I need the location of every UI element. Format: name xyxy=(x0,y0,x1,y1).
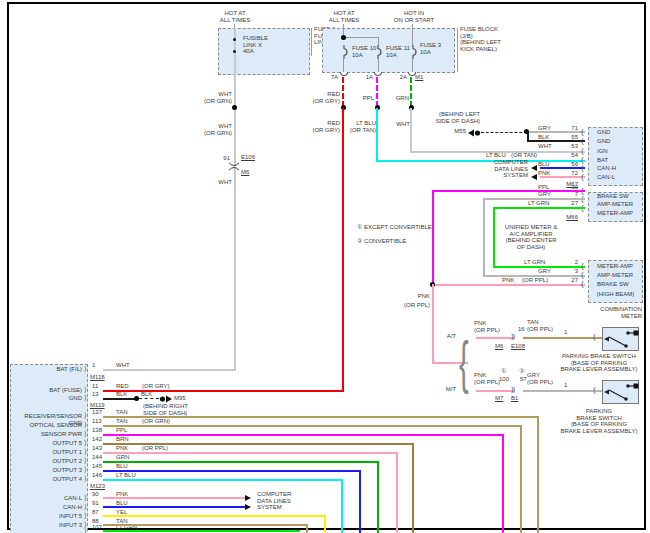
wire-ppl-138 xyxy=(103,434,504,436)
splice-dot-wht xyxy=(232,105,237,110)
bus-junction-dot xyxy=(341,35,346,40)
pin-socket: ⟩ xyxy=(84,503,87,511)
hot-at-all-times-label: HOT AT ALL TIMES xyxy=(205,10,265,23)
wire-label-pnk-alt: (OR PPL) xyxy=(398,302,430,309)
cu-row-label: SENSOR PWR xyxy=(12,431,82,438)
fuse-bus xyxy=(343,37,379,38)
mark-1: ① xyxy=(501,368,506,375)
pin-1a: 1A xyxy=(357,74,373,81)
inline-connector-icon xyxy=(227,161,241,171)
wire-blu-canh xyxy=(103,506,245,508)
cu-row-label: OUTPUT 4 xyxy=(12,476,82,483)
pin-number: 54 xyxy=(564,152,578,159)
wire-label-grn: GRN xyxy=(389,95,409,102)
pin-socket: ( xyxy=(593,333,596,341)
cu-color: PPL xyxy=(116,427,127,434)
cu-pin: 91 xyxy=(92,500,99,507)
fusible-link-dot-top xyxy=(233,38,236,41)
cu-pin: 13 xyxy=(92,391,99,398)
m55-connector-icon xyxy=(468,129,481,137)
pin-socket: ⟩ xyxy=(84,365,87,373)
data-line-arrow xyxy=(531,165,537,171)
pin-socket: ⟩ xyxy=(84,494,87,502)
wire-brn-142 xyxy=(103,443,414,445)
unified-meter-title: UNIFIED METER & A/C AMPLIFIER (BEHIND CE… xyxy=(496,224,566,250)
connector-m118: M118 xyxy=(90,374,105,381)
cu-row-label: BAT (F/L) xyxy=(12,366,82,373)
wire-ltblu-146 xyxy=(103,479,343,481)
pin-color-alt: (OR PPL) xyxy=(522,277,548,284)
pin-name: METER-AMP xyxy=(597,210,633,217)
connector-m6-2: M6 xyxy=(495,343,503,350)
wire-tan-88-v xyxy=(306,524,308,533)
fuse10-label: FUSE 10 10A xyxy=(352,45,382,58)
wire-label-wht-or-grn-1: WHT (OR GRN) xyxy=(196,91,232,104)
cu-color-alt: (OR GRN) xyxy=(142,418,170,425)
cu-pin: 87 xyxy=(92,509,99,516)
wire-label-ppl: PPL xyxy=(356,95,374,102)
pin-7a: 7A xyxy=(322,74,338,81)
cu-color-alt: (OR PPL) xyxy=(142,445,168,452)
wire-ppl-138-v xyxy=(502,434,504,533)
pin-socket: ⟩ xyxy=(84,475,87,483)
data-line-arrow xyxy=(531,174,537,180)
cu-pin: 113 xyxy=(92,418,102,425)
cu-row-label: INPUT 3 xyxy=(12,522,82,529)
wire-red-to-bat-fuse xyxy=(103,390,344,392)
wire-label-pnk: PNK xyxy=(404,293,430,300)
pin-socket: ( xyxy=(581,164,584,172)
parking-brake-switch-at-title: PARKING BRAKE SWITCH (BASE OF PARKING BR… xyxy=(548,353,650,373)
wire-blu-145 xyxy=(103,470,361,472)
fusible-link-dot-bottom xyxy=(233,50,236,53)
pin-socket: ( xyxy=(581,271,584,279)
cu-color: BLU xyxy=(116,463,128,470)
wire-gry-mt xyxy=(523,390,602,392)
cu-pin: 137 xyxy=(92,409,102,416)
pin-color: PPL xyxy=(538,184,549,191)
data-line-arrow xyxy=(245,495,251,501)
wire-label-red-1: RED (OR GRY) xyxy=(304,91,340,104)
wiring-diagram-page: HOT AT ALL TIMES FUSIBLE LINK X 40A FUSE… xyxy=(0,0,650,533)
computer-data-lines-label-2: COMPUTER DATA LINES SYSTEM xyxy=(257,491,291,511)
cu-color: BRN xyxy=(116,436,129,443)
note-except-convertible: ① EXCEPT CONVERTIBLE xyxy=(357,224,432,231)
pin-number: 53 xyxy=(564,143,578,150)
cu-pin: 107 xyxy=(92,524,102,531)
wire-pnk-v xyxy=(432,284,434,364)
pin-color-alt: (OR TAN) xyxy=(511,152,537,159)
pin-name: BRAKE SW xyxy=(597,281,629,288)
fuse3-out xyxy=(412,59,413,73)
pin-name: BRAKE SW xyxy=(597,193,629,200)
wire-tan-113-v xyxy=(520,425,522,533)
fuse3-label: FUSE 3 10A xyxy=(420,42,448,55)
wire-yel-87-v xyxy=(324,515,326,533)
pin-name: BAT xyxy=(597,157,608,164)
m55-note: (BEHIND LEFT SIDE OF DASH) xyxy=(428,111,480,124)
cu-row-label: OUTPUT 3 xyxy=(12,467,82,474)
pin-number: 27 xyxy=(564,277,578,284)
cu-color: PNK xyxy=(116,445,128,452)
connector-m1: M1 xyxy=(415,74,423,81)
wire-pnk-mt xyxy=(476,390,514,392)
wire-pnk-143 xyxy=(103,452,398,454)
pin-57: 57 xyxy=(520,376,527,383)
pin-number: 3 xyxy=(566,268,578,275)
pin-name: IGN xyxy=(597,148,608,155)
wire-pnk-canl xyxy=(540,176,585,178)
connector-m123: M123 xyxy=(90,483,105,490)
cu-color: BLK xyxy=(116,391,127,398)
mt-tag: M/T xyxy=(438,386,456,393)
wire-blk-gnd-cu xyxy=(103,398,137,400)
connector-m119: M119 xyxy=(90,402,105,409)
wire-red-dashed xyxy=(342,77,344,107)
wire-pnk-canl xyxy=(103,497,245,499)
fuse-block-label-bracket xyxy=(457,28,458,72)
cu-pin: 1 xyxy=(92,362,95,369)
cu-row-label: OUTPUT 1 xyxy=(12,449,82,456)
pin-number: 27 xyxy=(564,200,578,207)
wire-wht-to-bat-fl xyxy=(103,369,236,371)
cu-row-label: CAN-H xyxy=(12,504,82,511)
pin-socket: ( xyxy=(581,280,584,288)
pin-color: BLK xyxy=(538,134,549,141)
wire-label-red-2: RED (OR GRY) xyxy=(304,120,340,133)
